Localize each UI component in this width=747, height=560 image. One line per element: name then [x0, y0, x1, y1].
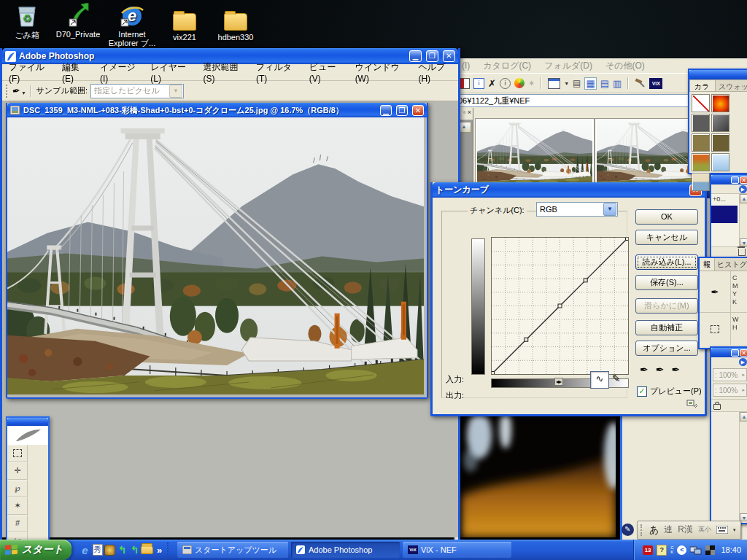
vix-view-detail-icon[interactable]: ▥: [613, 78, 622, 89]
actions-selected-item[interactable]: [711, 206, 738, 223]
gray-point-eyedropper-icon[interactable]: ✒: [656, 364, 665, 376]
swatch-gray-gradient[interactable]: [711, 114, 729, 132]
ime-grip[interactable]: [640, 524, 644, 536]
swatch-landscape[interactable]: [692, 173, 710, 191]
palette-close-icon[interactable]: ✕: [740, 349, 747, 357]
channel-select[interactable]: RGB ▼: [536, 202, 618, 217]
actions-scrollbar[interactable]: ▲ ▼: [739, 194, 747, 246]
quicklaunch-hidemaru-icon[interactable]: 秀: [91, 544, 104, 556]
vix-tools-icon[interactable]: [635, 78, 646, 88]
vix-thumbnail[interactable]: [475, 118, 595, 187]
ime-input-mode[interactable]: あ: [649, 524, 659, 537]
vix-rainbow-icon[interactable]: [514, 78, 525, 88]
desktop-icon-d70-private[interactable]: D70_Private: [52, 3, 104, 39]
task-button-vix[interactable]: ViX ViX - NEF: [403, 542, 511, 558]
eyedropper-tool-icon[interactable]: ✒: [12, 85, 21, 97]
doc-close-button[interactable]: ✕: [412, 105, 424, 116]
curve-grid[interactable]: [491, 237, 629, 375]
tray-ime-status-icon[interactable]: CK: [670, 545, 673, 554]
desktop-icon-hdben330[interactable]: hdben330: [209, 6, 262, 42]
vix-info-icon[interactable]: i: [473, 78, 484, 89]
quicklaunch-clock-icon[interactable]: [104, 544, 116, 556]
ime-dictionary-mode[interactable]: R漢: [678, 524, 693, 536]
ime-pen-icon[interactable]: ✎: [622, 524, 634, 536]
tray-help-icon[interactable]: ?: [657, 545, 667, 556]
chevron-down-icon[interactable]: ▼: [603, 203, 616, 216]
swatch-red-glow[interactable]: [711, 94, 729, 112]
vix-menu-item[interactable]: カタログ(C): [476, 58, 538, 74]
actions-titlebar[interactable]: ▁ ✕: [711, 175, 747, 184]
magic-wand-tool-icon[interactable]: ✶: [7, 497, 28, 515]
quicklaunch-overflow-chevron[interactable]: »: [153, 544, 166, 556]
scroll-up-icon[interactable]: ▲: [740, 194, 747, 203]
scroll-down-icon[interactable]: ▼: [740, 513, 747, 521]
scroll-up-icon[interactable]: ▲: [740, 412, 747, 421]
tab-color[interactable]: カラー: [689, 79, 716, 91]
document-titlebar[interactable]: DSC_1359_M3-NML-+083-彩橋-Shad+0-bst+0-コダク…: [7, 103, 427, 117]
vix-view-list-icon[interactable]: ▤: [600, 78, 609, 89]
lock-icon[interactable]: [713, 404, 721, 410]
ime-caps-mode[interactable]: 英小: [698, 525, 711, 534]
layers-titlebar[interactable]: ▁ ✕: [711, 348, 747, 357]
swatch-none[interactable]: [692, 94, 710, 112]
auto-button[interactable]: 自動補正: [635, 320, 698, 335]
toolbox-titlebar[interactable]: [7, 418, 48, 426]
desktop-icon-recycle-bin[interactable]: ♻ ごみ箱: [1, 3, 53, 41]
black-point-eyedropper-icon[interactable]: ✒: [640, 364, 649, 376]
preview-checkbox-row[interactable]: ✓ プレビュー(P): [637, 386, 702, 397]
palette-minimize-icon[interactable]: ▁: [731, 349, 739, 357]
quicklaunch-ie-icon[interactable]: e: [79, 544, 91, 556]
white-point-eyedropper-icon[interactable]: ✒: [671, 364, 680, 376]
tab-info[interactable]: 報: [700, 258, 715, 271]
vix-image-window[interactable]: [458, 407, 622, 544]
fill-field[interactable]: : 100%▸: [713, 384, 747, 397]
swatch-olive[interactable]: [692, 133, 710, 152]
pencil-tool-button[interactable]: ✎: [612, 373, 621, 384]
palette-menu-icon[interactable]: ▶: [739, 358, 747, 366]
resize-grip-icon[interactable]: [686, 399, 698, 408]
options-grip[interactable]: [6, 85, 10, 98]
gradient-flip-handle[interactable]: ◂▸: [554, 378, 563, 386]
marquee-tool-icon[interactable]: [7, 445, 28, 462]
vix-view-thumbs-icon[interactable]: ▦: [584, 77, 596, 90]
load-button[interactable]: 読み込み(L)...: [635, 254, 698, 270]
ok-button[interactable]: OK: [635, 209, 698, 225]
desktop-icon-vix221[interactable]: vix221: [158, 6, 211, 42]
opacity-field[interactable]: : 100%▸: [713, 368, 747, 381]
checkbox-checked-icon[interactable]: ✓: [637, 386, 647, 397]
swatch-dark-olive[interactable]: [711, 133, 729, 152]
desktop-icon-internet-explorer[interactable]: e Internet Explorer ブ...: [106, 3, 158, 47]
options-button[interactable]: オプション...: [635, 341, 698, 356]
trash-icon[interactable]: [738, 249, 746, 256]
lasso-tool-icon[interactable]: ℘: [7, 480, 28, 497]
scroll-down-icon[interactable]: ▼: [740, 238, 747, 246]
quicklaunch-folder-icon[interactable]: [141, 544, 153, 556]
tray-checker-icon[interactable]: [705, 545, 715, 555]
vix-delete-icon[interactable]: ✗: [488, 78, 496, 89]
vix-menu-item[interactable]: フォルダ(D): [538, 58, 599, 74]
vix-cabinet-icon[interactable]: ▤: [573, 78, 581, 88]
tray-chevron-icon[interactable]: <: [677, 545, 686, 555]
vix-menu-item[interactable]: その他(O): [599, 58, 651, 74]
curve-point-tool-button[interactable]: ∿: [590, 371, 609, 389]
ime-options-icon[interactable]: ▾: [733, 527, 736, 533]
curves-titlebar[interactable]: トーンカーブ ✕: [433, 182, 705, 198]
swatch-gray[interactable]: [692, 114, 710, 132]
palette-minimize-icon[interactable]: ▁: [731, 176, 739, 184]
task-button-startup-tool[interactable]: スタートアップツール: [177, 542, 288, 558]
ime-keyboard-icon[interactable]: [716, 526, 728, 534]
color-palette-titlebar[interactable]: [689, 70, 747, 79]
start-button[interactable]: スタート: [0, 540, 71, 560]
save-button[interactable]: 保存(S)...: [635, 275, 698, 290]
cancel-button[interactable]: キャンセル: [635, 230, 698, 245]
layers-list[interactable]: ▲ ▼: [711, 412, 747, 521]
quicklaunch-shortcut-icon[interactable]: ↰: [128, 544, 141, 556]
palette-close-icon[interactable]: ✕: [740, 176, 747, 184]
doc-maximize-button[interactable]: ❐: [396, 105, 408, 116]
move-tool-icon[interactable]: ✛: [7, 462, 28, 480]
crop-tool-icon[interactable]: #: [7, 515, 28, 532]
tool-dropdown-arrow-icon[interactable]: ▼: [21, 90, 26, 96]
tray-network-icon[interactable]: [690, 545, 702, 555]
vix-table-icon[interactable]: [548, 78, 560, 89]
swatch-light-blue[interactable]: [711, 153, 729, 171]
